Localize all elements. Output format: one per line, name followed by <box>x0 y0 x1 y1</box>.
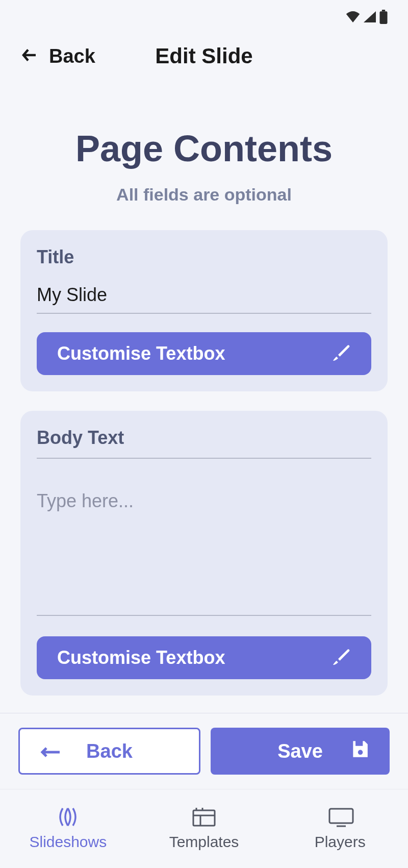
body-card: Body Text Customise Textbox <box>20 411 388 696</box>
page-title: Edit Slide <box>155 44 252 68</box>
svg-rect-0 <box>379 11 387 24</box>
customise-title-button[interactable]: Customise Textbox <box>37 332 371 375</box>
nav-templates-label: Templates <box>169 833 239 851</box>
customise-title-label: Customise Textbox <box>57 343 225 364</box>
customise-body-button[interactable]: Customise Textbox <box>37 636 371 679</box>
battery-icon <box>379 10 388 26</box>
nav-players-label: Players <box>315 833 366 851</box>
content-area: Page Contents All fields are optional Ti… <box>0 77 408 696</box>
templates-icon <box>191 807 217 827</box>
players-icon <box>327 807 353 827</box>
wifi-icon <box>346 11 360 24</box>
title-card: Title Customise Textbox <box>20 230 388 391</box>
brush-icon <box>330 343 351 365</box>
save-button-label: Save <box>277 740 323 762</box>
arrow-left-icon <box>40 740 61 762</box>
svg-rect-1 <box>382 10 385 11</box>
main-heading: Page Contents <box>20 128 388 169</box>
back-button-label: Back <box>86 740 133 762</box>
arrow-left-icon <box>20 46 39 66</box>
back-link-label: Back <box>49 45 95 67</box>
title-input[interactable] <box>37 277 371 314</box>
body-label: Body Text <box>37 427 371 459</box>
status-bar <box>0 0 408 36</box>
back-button[interactable]: Back <box>18 728 200 775</box>
svg-point-2 <box>358 750 363 755</box>
sub-heading: All fields are optional <box>20 185 388 205</box>
nav-slideshows[interactable]: Slideshows <box>0 789 136 868</box>
brush-icon <box>330 647 351 669</box>
top-nav: Back Edit Slide <box>0 36 408 77</box>
cellular-icon <box>363 11 376 24</box>
svg-rect-3 <box>193 810 215 826</box>
bottom-actions: Back Save <box>0 713 408 789</box>
save-button[interactable]: Save <box>211 728 390 775</box>
nav-players[interactable]: Players <box>272 789 408 868</box>
nav-slideshows-label: Slideshows <box>29 833 107 851</box>
title-label: Title <box>37 246 371 268</box>
slideshows-icon <box>55 807 81 827</box>
bottom-nav: Slideshows Templates Players <box>0 789 408 868</box>
save-icon <box>350 739 369 763</box>
customise-body-label: Customise Textbox <box>57 647 225 668</box>
nav-templates[interactable]: Templates <box>136 789 272 868</box>
svg-rect-8 <box>329 809 353 823</box>
body-input[interactable] <box>37 483 371 616</box>
back-link[interactable]: Back <box>20 45 95 67</box>
